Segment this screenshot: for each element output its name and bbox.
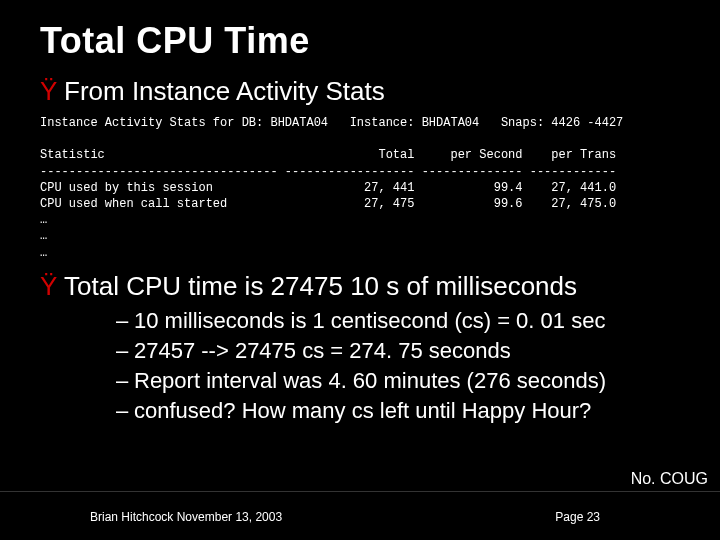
bullet-list: From Instance Activity Stats: [40, 76, 680, 107]
stats-row-2: CPU used when call started 27, 475 99.6 …: [40, 197, 616, 211]
bullet-1: From Instance Activity Stats: [40, 76, 680, 107]
stats-dashes: --------------------------------- ------…: [40, 165, 616, 179]
stats-ellipsis: …: [40, 213, 47, 227]
footer-author-date: Brian Hitchcock November 13, 2003: [90, 510, 282, 524]
stats-block: Instance Activity Stats for DB: BHDATA04…: [40, 115, 680, 261]
sub-3: Report interval was 4. 60 minutes (276 s…: [116, 368, 680, 394]
sub-list: 10 milliseconds is 1 centisecond (cs) = …: [64, 308, 680, 424]
sub-2: 27457 --> 27475 cs = 274. 75 seconds: [116, 338, 680, 364]
footer-page: Page 23: [555, 510, 600, 524]
stats-ellipsis: …: [40, 246, 47, 260]
stats-columns: Statistic Total per Second per Trans: [40, 148, 616, 162]
bullet-2-text: Total CPU time is 27475 10 s of millisec…: [64, 271, 577, 301]
slide: Total CPU Time From Instance Activity St…: [0, 0, 720, 540]
sub-4: confused? How many cs left until Happy H…: [116, 398, 680, 424]
bullet-2: Total CPU time is 27475 10 s of millisec…: [40, 271, 680, 424]
stats-header: Instance Activity Stats for DB: BHDATA04…: [40, 116, 623, 130]
sub-1: 10 milliseconds is 1 centisecond (cs) = …: [116, 308, 680, 334]
footer-divider: [0, 491, 720, 492]
bullet-list-2: Total CPU time is 27475 10 s of millisec…: [40, 271, 680, 424]
stats-row-1: CPU used by this session 27, 441 99.4 27…: [40, 181, 616, 195]
stats-ellipsis: …: [40, 229, 47, 243]
footer-brand: No. COUG: [631, 470, 708, 488]
page-title: Total CPU Time: [40, 20, 680, 62]
